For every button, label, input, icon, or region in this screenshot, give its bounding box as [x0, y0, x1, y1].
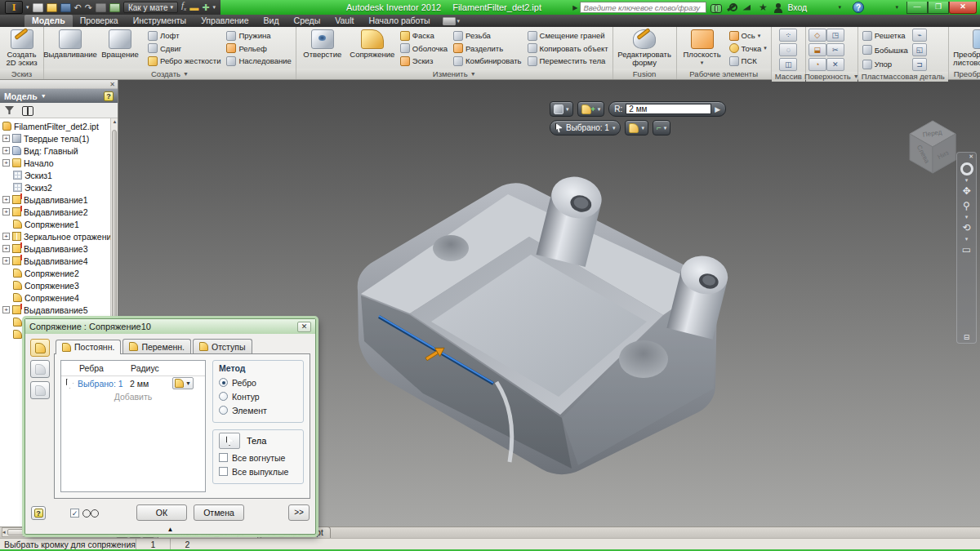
browser-help-icon[interactable]: ?	[104, 91, 114, 101]
navbar-close-icon[interactable]: ✕	[966, 153, 976, 161]
tree-item[interactable]: Сопряжение3	[0, 279, 118, 291]
coil-button[interactable]: Пружина	[225, 29, 292, 42]
new-file-icon[interactable]	[33, 3, 43, 12]
work-axis-button[interactable]: Ось▾	[728, 29, 768, 42]
viewcube[interactable]: Перед Слева Низ	[900, 113, 965, 178]
sketch-edit-button[interactable]: Эскиз	[399, 55, 449, 67]
full-round-fillet-type-button[interactable]	[30, 381, 50, 399]
split-button[interactable]: Разделить	[452, 42, 523, 55]
tab-variable[interactable]: Переменн.	[122, 339, 191, 353]
panel-expand-arrow-icon[interactable]: ▼	[183, 69, 189, 79]
thread-button[interactable]: Резьба	[452, 29, 523, 42]
preview-toggle[interactable]: ✓	[70, 509, 99, 518]
tree-item[interactable]: +Начало	[0, 157, 118, 169]
loft-button[interactable]: Лофт	[146, 29, 222, 42]
tree-item[interactable]: +Выдавливание3	[0, 242, 118, 255]
tree-item[interactable]: +Вид: Главный	[0, 144, 118, 157]
boss-button[interactable]: Бобышка	[861, 44, 910, 56]
panel-label-surface[interactable]: Поверхность	[804, 72, 851, 82]
edit-form-button[interactable]: Редактировать форму	[616, 28, 673, 69]
lip-icon[interactable]: ◱	[912, 43, 927, 56]
browser-header[interactable]: Модель▼ ?	[0, 89, 118, 103]
expand-icon[interactable]: +	[2, 208, 10, 216]
browser-close-icon[interactable]: ✕	[109, 81, 115, 88]
mirror-pattern-icon[interactable]: ◫	[779, 58, 797, 71]
scroll-left-icon[interactable]: ◂	[2, 529, 6, 535]
help-arrow-icon[interactable]: ▾	[895, 4, 898, 11]
derive-button[interactable]: Наследование	[225, 55, 292, 67]
expand-icon[interactable]: +	[2, 257, 10, 264]
expand-icon[interactable]: +	[2, 147, 10, 154]
selected-edges-row[interactable]: Выбрано: 1 2 мм ▼	[61, 376, 205, 390]
tree-item[interactable]: +Выдавливание2	[0, 206, 118, 218]
save-icon[interactable]	[60, 3, 71, 12]
navbar-arrow-icon[interactable]: ▾	[965, 214, 969, 221]
search-input[interactable]	[580, 2, 706, 13]
rule-fillet-icon[interactable]: ⌁	[912, 29, 927, 42]
undo-icon[interactable]: ↶	[74, 1, 82, 14]
communication-center-icon[interactable]	[742, 2, 753, 13]
favorites-star-icon[interactable]: ★	[757, 2, 768, 13]
filter-icon[interactable]	[5, 106, 14, 114]
rib-button[interactable]: Ребро жесткости	[146, 55, 222, 67]
extrude-button[interactable]: Выдавливание	[47, 28, 94, 69]
revolve-button[interactable]: Вращение	[96, 28, 144, 69]
expand-icon[interactable]: +	[2, 159, 10, 167]
tab-setbacks[interactable]: Отступы	[193, 339, 252, 353]
redo-icon[interactable]: ↷	[85, 1, 92, 14]
grill-button[interactable]: Решетка	[861, 29, 910, 42]
sign-in-label[interactable]: Вход	[787, 2, 807, 12]
tree-item[interactable]: Эскиз1	[0, 169, 118, 181]
expand-icon[interactable]: +	[2, 245, 10, 252]
create-2d-sketch-button[interactable]: Создать 2D эскиз	[2, 28, 41, 69]
rest-button[interactable]: Упор	[861, 58, 910, 70]
snap-fit-icon[interactable]: ⊐	[912, 58, 927, 71]
ucs-button[interactable]: ПСК	[728, 55, 768, 67]
offset-faces-button[interactable]: Смещение граней	[526, 29, 610, 42]
dialog-help-button[interactable]: ?	[31, 506, 46, 520]
work-point-button[interactable]: Точка▾	[728, 42, 768, 55]
rectangular-pattern-icon[interactable]: ⁘	[779, 29, 797, 42]
mini-toolbar-options-button[interactable]: ▾	[550, 101, 573, 117]
qat-customize-arrow-icon[interactable]: ▾	[212, 1, 216, 14]
tree-item[interactable]: Сопряжение4	[0, 291, 118, 304]
work-plane-button[interactable]: Плоскость ▾	[679, 28, 725, 69]
trim-surface-icon[interactable]: ◳	[826, 29, 844, 42]
scroll-up-icon[interactable]: ▲	[111, 118, 118, 126]
fillet-type-button[interactable]: ▾	[625, 120, 648, 136]
panel-expand-arrow-icon[interactable]: ▼	[470, 69, 476, 79]
infocenter-arrow-icon[interactable]: ▶	[572, 4, 577, 11]
subscription-key-icon[interactable]	[726, 2, 737, 13]
move-bodies-button[interactable]: Переместить тела	[526, 55, 610, 67]
steering-wheel-icon[interactable]	[960, 162, 973, 176]
edges-table[interactable]: Ребра Радиус Выбрано: 1 2 мм ▼ Добавить	[60, 360, 206, 492]
face-fillet-type-button[interactable]	[30, 360, 50, 378]
maximize-button[interactable]: ❐	[928, 2, 949, 14]
select-solids-button[interactable]	[219, 433, 240, 449]
color-override-dropdown[interactable]: Как у мате ▾	[123, 2, 178, 13]
navbar-arrow-icon[interactable]: ▾	[965, 236, 969, 243]
selection-count-button[interactable]: Выбрано: 1 ▾	[550, 120, 621, 136]
method-feature-radio[interactable]: Элемент	[219, 403, 297, 417]
search-icon[interactable]	[710, 2, 722, 13]
tree-item[interactable]: +Выдавливание5	[0, 304, 118, 316]
zoom-icon[interactable]: ⚲	[963, 199, 970, 214]
help-icon[interactable]: ?	[853, 2, 864, 13]
tab-environments[interactable]: Среды	[287, 15, 328, 27]
patch-icon[interactable]: ◔	[808, 58, 826, 71]
navbar-arrow-icon[interactable]: ▾	[965, 177, 969, 184]
combine-button[interactable]: Комбинировать	[452, 55, 523, 67]
apply-arrow-icon[interactable]: ▶	[715, 105, 720, 113]
sign-in-arrow-icon[interactable]: ▾	[839, 4, 842, 11]
ok-button[interactable]: ОК	[136, 504, 187, 521]
expand-icon[interactable]: +	[2, 135, 10, 142]
radius-value[interactable]: 2 мм	[130, 379, 172, 389]
orbit-icon[interactable]: ⟲	[962, 221, 970, 236]
ribbon-camera-icon[interactable]	[443, 17, 456, 25]
selected-count[interactable]: Выбрано: 1	[78, 379, 130, 389]
tree-item[interactable]: +Выдавливание1	[0, 193, 118, 206]
add-fillet-button[interactable]: +▾	[577, 101, 605, 117]
parameters-fx-icon[interactable]: fx	[181, 0, 186, 16]
tree-item[interactable]: Сопряжение2	[0, 267, 118, 279]
circular-pattern-icon[interactable]: ◌	[779, 43, 797, 56]
